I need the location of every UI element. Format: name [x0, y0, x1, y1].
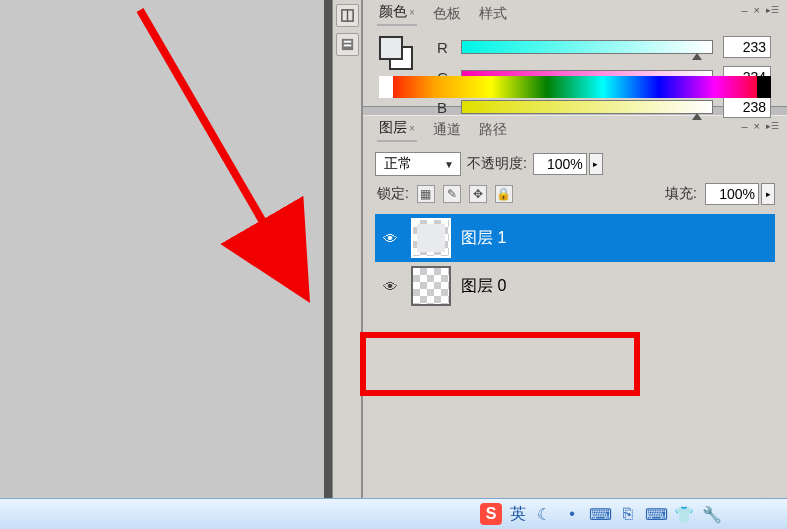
- dot-icon[interactable]: •: [562, 504, 582, 524]
- tab-paths[interactable]: 路径: [477, 118, 509, 142]
- panel-menu-icon[interactable]: ▸☰: [766, 5, 779, 15]
- tab-close-icon[interactable]: ×: [409, 7, 415, 18]
- fg-bg-swatch[interactable]: [379, 36, 413, 70]
- vertical-toolbar: [332, 0, 362, 498]
- channel-b-row: B 238: [437, 96, 771, 118]
- fill-flyout-button[interactable]: ▸: [761, 183, 775, 205]
- channel-b-slider[interactable]: [461, 100, 713, 114]
- lock-transparent-icon[interactable]: ▦: [417, 185, 435, 203]
- tab-color[interactable]: 颜色×: [377, 0, 417, 26]
- keyboard-icon[interactable]: ⌨: [646, 504, 666, 524]
- panel-close-icon[interactable]: ×: [754, 4, 760, 16]
- channel-b-label: B: [437, 99, 451, 116]
- color-panel: R 233 G 234 B 238: [363, 26, 787, 106]
- channel-r-value[interactable]: 233: [723, 36, 771, 58]
- fill-label: 填充:: [665, 185, 697, 203]
- tab-style[interactable]: 样式: [477, 2, 509, 26]
- panels-region: 颜色× 色板 样式 – × ▸☰ R 233 G: [362, 0, 787, 498]
- tool-button-2[interactable]: [336, 33, 359, 56]
- layers-panel-tabrow: 图层× 通道 路径 – × ▸☰: [363, 116, 787, 142]
- tab-layers[interactable]: 图层×: [377, 116, 417, 142]
- sogou-ime-icon[interactable]: S: [480, 503, 502, 525]
- opacity-value[interactable]: 100%: [533, 153, 587, 175]
- tool-button-1[interactable]: [336, 4, 359, 27]
- channel-r-label: R: [437, 39, 451, 56]
- layer-item[interactable]: 👁 图层 0: [375, 262, 775, 310]
- color-spectrum[interactable]: [379, 76, 771, 98]
- ime-icon-2[interactable]: ⎘: [618, 504, 638, 524]
- layers-panel: 正常 ▼ 不透明度: 100% ▸ 锁定: ▦ ✎ ✥ 🔒 填充: 100% ▸: [363, 142, 787, 316]
- panel-close-icon[interactable]: ×: [754, 120, 760, 132]
- lock-move-icon[interactable]: ✥: [469, 185, 487, 203]
- svg-rect-3: [343, 41, 351, 43]
- visibility-eye-icon[interactable]: 👁: [379, 230, 401, 246]
- fill-value[interactable]: 100%: [705, 183, 759, 205]
- layer-item[interactable]: 👁 图层 1: [375, 214, 775, 262]
- blend-mode-dropdown[interactable]: 正常 ▼: [375, 152, 461, 176]
- opacity-label: 不透明度:: [467, 155, 527, 173]
- opacity-flyout-button[interactable]: ▸: [589, 153, 603, 175]
- wrench-icon[interactable]: 🔧: [702, 504, 722, 524]
- slider-thumb-icon[interactable]: [692, 53, 702, 60]
- svg-rect-4: [343, 45, 351, 47]
- visibility-eye-icon[interactable]: 👁: [379, 278, 401, 294]
- lock-label: 锁定:: [377, 185, 409, 203]
- shirt-icon[interactable]: 👕: [674, 504, 694, 524]
- canvas-area: [0, 0, 324, 498]
- color-panel-tabrow: 颜色× 色板 样式 – × ▸☰: [363, 0, 787, 26]
- moon-icon[interactable]: ☾: [534, 504, 554, 524]
- panel-minimize-icon[interactable]: –: [741, 120, 747, 132]
- chevron-down-icon: ▼: [444, 159, 454, 170]
- lock-all-icon[interactable]: 🔒: [495, 185, 513, 203]
- tab-color-label: 颜色: [379, 3, 407, 19]
- channel-b-value[interactable]: 238: [723, 96, 771, 118]
- channel-r-row: R 233: [437, 36, 771, 58]
- lock-brush-icon[interactable]: ✎: [443, 185, 461, 203]
- ime-language-label[interactable]: 英: [510, 504, 526, 525]
- layer-thumbnail[interactable]: [411, 218, 451, 258]
- ime-taskbar: S 英 ☾ • ⌨ ⎘ ⌨ 👕 🔧: [0, 498, 787, 529]
- doc-icon: [340, 37, 355, 52]
- blend-mode-value: 正常: [384, 155, 412, 173]
- channel-r-slider[interactable]: [461, 40, 713, 54]
- tab-close-icon[interactable]: ×: [409, 123, 415, 134]
- layer-thumbnail[interactable]: [411, 266, 451, 306]
- panel-minimize-icon[interactable]: –: [741, 4, 747, 16]
- tab-layers-label: 图层: [379, 119, 407, 135]
- fg-swatch[interactable]: [379, 36, 403, 60]
- layer-name[interactable]: 图层 1: [461, 228, 506, 249]
- tab-swatch[interactable]: 色板: [431, 2, 463, 26]
- panel-icon: [340, 8, 355, 23]
- tab-channels[interactable]: 通道: [431, 118, 463, 142]
- frame-gap: [324, 0, 332, 498]
- layer-list: 👁 图层 1 👁 图层 0: [375, 214, 775, 310]
- layer-name[interactable]: 图层 0: [461, 276, 506, 297]
- ime-icon-1[interactable]: ⌨: [590, 504, 610, 524]
- panel-menu-icon[interactable]: ▸☰: [766, 121, 779, 131]
